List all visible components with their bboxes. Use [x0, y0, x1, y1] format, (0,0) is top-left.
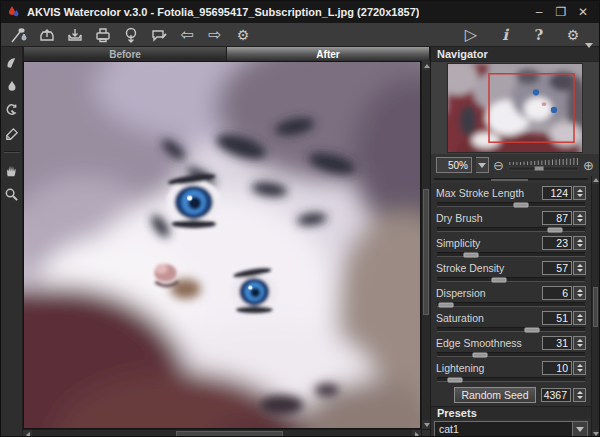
slider-handle[interactable]: [472, 352, 487, 357]
param-slider[interactable]: [437, 352, 585, 357]
param-value-input[interactable]: [542, 211, 572, 225]
print-button[interactable]: [91, 24, 115, 46]
param-slider[interactable]: [437, 202, 585, 207]
param-stepper[interactable]: [573, 361, 586, 375]
param-value-input[interactable]: [542, 286, 572, 300]
preset-select[interactable]: cat1: [434, 421, 573, 437]
param-row: Stroke Density: [431, 259, 591, 282]
scrollbar-corner: [421, 430, 430, 437]
horizontal-scroll-thumb[interactable]: [176, 431, 282, 437]
batch-processing-icon[interactable]: ⚙: [231, 24, 255, 46]
param-value-input[interactable]: [542, 261, 572, 275]
slider-handle[interactable]: [524, 327, 539, 332]
slider-handle[interactable]: [492, 277, 507, 282]
navigator-collapse-icon[interactable]: [585, 48, 593, 60]
scroll-right-icon[interactable]: [412, 430, 421, 437]
slider-handle[interactable]: [464, 252, 479, 257]
param-value-input[interactable]: [542, 336, 572, 350]
zoom-dropdown-icon[interactable]: [476, 157, 489, 173]
param-value-input[interactable]: [542, 236, 572, 250]
save-image-button[interactable]: [63, 24, 87, 46]
navigator-thumbnail[interactable]: [448, 64, 582, 152]
param-value-input[interactable]: [542, 361, 572, 375]
random-seed-button[interactable]: Random Seed: [454, 387, 536, 403]
redo-icon[interactable]: ⇨: [203, 24, 227, 46]
param-slider[interactable]: [437, 302, 585, 307]
canvas-after-image[interactable]: [23, 61, 421, 429]
view-tabs: Before After: [23, 47, 430, 61]
vertical-scroll-thumb[interactable]: [423, 189, 429, 315]
zoom-in-icon[interactable]: ⊕: [583, 159, 594, 172]
panel-vertical-scrollbar[interactable]: [591, 176, 599, 437]
about-button[interactable]: i: [493, 24, 517, 46]
panel-scroll-down-icon[interactable]: [592, 430, 600, 437]
param-label: Stroke Density: [436, 262, 542, 274]
history-brush-tool-icon[interactable]: [2, 100, 22, 120]
import-button[interactable]: [119, 24, 143, 46]
param-slider[interactable]: [437, 377, 585, 382]
navigator-horizontal-scrollbar[interactable]: [434, 178, 588, 180]
param-stepper[interactable]: [573, 336, 586, 350]
hand-tool-icon[interactable]: [2, 160, 22, 180]
param-label: Dry Brush: [436, 212, 542, 224]
seed-stepper[interactable]: [573, 388, 586, 402]
close-button[interactable]: ✕: [573, 4, 593, 20]
undo-icon[interactable]: ⇦: [175, 24, 199, 46]
preferences-button[interactable]: ⚙: [561, 24, 585, 46]
zoom-tool-icon[interactable]: [2, 184, 22, 204]
maximize-button[interactable]: ❐: [551, 4, 571, 20]
param-stepper[interactable]: [573, 211, 586, 225]
param-stepper[interactable]: [573, 261, 586, 275]
panel-scroll-thumb[interactable]: [593, 287, 598, 326]
navigator-header: Navigator: [431, 47, 599, 62]
eraser-tool-icon[interactable]: [2, 124, 22, 144]
zoom-out-icon[interactable]: ⊖: [493, 159, 504, 172]
param-label: Edge Smoothness: [436, 337, 542, 349]
akvis-logo-icon: [7, 24, 31, 46]
param-row: Max Stroke Length: [431, 184, 591, 207]
preset-dropdown-icon[interactable]: [573, 421, 588, 437]
share-button[interactable]: [147, 24, 171, 46]
param-row: Saturation: [431, 309, 591, 332]
param-slider[interactable]: [437, 227, 585, 232]
minimize-button[interactable]: –: [529, 4, 549, 20]
param-stepper[interactable]: [573, 286, 586, 300]
zoom-controls: 50% ⊖ ⊕: [431, 154, 599, 176]
help-button[interactable]: ?: [527, 24, 551, 46]
param-slider[interactable]: [437, 277, 585, 282]
slider-handle[interactable]: [447, 377, 462, 382]
param-value-input[interactable]: [542, 311, 572, 325]
tab-before[interactable]: Before: [24, 47, 226, 61]
param-stepper[interactable]: [573, 186, 586, 200]
slider-handle[interactable]: [548, 227, 563, 232]
zoom-slider-thumb[interactable]: [535, 167, 544, 171]
seed-value-input[interactable]: [541, 388, 571, 402]
navigator-preview-area: [431, 62, 599, 154]
param-stepper[interactable]: [573, 236, 586, 250]
param-value-input[interactable]: [542, 186, 572, 200]
param-slider[interactable]: [437, 252, 585, 257]
run-button[interactable]: ▷: [459, 24, 483, 46]
blur-tool-icon[interactable]: [2, 76, 22, 96]
watercolor-cat-artwork: [24, 62, 420, 428]
param-row: Edge Smoothness: [431, 334, 591, 357]
param-stepper[interactable]: [573, 311, 586, 325]
scroll-left-icon[interactable]: [23, 430, 32, 437]
open-image-button[interactable]: [35, 24, 59, 46]
presets-title: Presets: [437, 407, 477, 419]
navigator-scroll-thumb[interactable]: [491, 179, 527, 181]
param-slider[interactable]: [437, 327, 585, 332]
param-row: Dispersion: [431, 284, 591, 307]
smudge-tool-icon[interactable]: [2, 52, 22, 72]
slider-handle[interactable]: [514, 202, 529, 207]
slider-handle[interactable]: [438, 302, 453, 307]
panel-scroll-up-icon[interactable]: [592, 176, 600, 184]
canvas-vertical-scrollbar[interactable]: [421, 61, 430, 429]
zoom-slider[interactable]: [508, 157, 579, 173]
canvas-horizontal-scrollbar[interactable]: [23, 429, 430, 437]
app-logo-icon: [7, 5, 21, 19]
tab-after[interactable]: After: [227, 47, 429, 61]
seed-row: Random Seed: [431, 384, 591, 406]
param-label: Dispersion: [436, 287, 542, 299]
zoom-value-box[interactable]: 50%: [436, 157, 472, 173]
